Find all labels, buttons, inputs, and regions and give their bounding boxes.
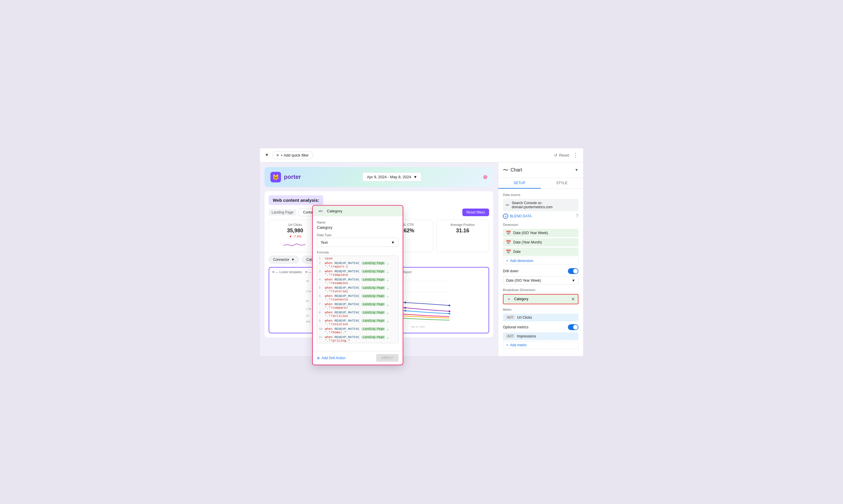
- connector-dropdown[interactable]: Connector ▼: [269, 256, 299, 264]
- metric-section: Metric AUT Url Clicks: [503, 308, 578, 321]
- svg-point-22: [404, 310, 406, 312]
- reset-filters-button[interactable]: Reset filters: [462, 209, 489, 216]
- dashboard-panel: 🐱 porter Apr 9, 2024 - May 8, 2024 ▼ Web…: [260, 162, 498, 356]
- pencil-icon: ✏: [506, 203, 509, 208]
- chart-wave-icon: 〜: [503, 166, 508, 174]
- tab-style[interactable]: STYLE: [541, 178, 583, 188]
- formula-line-10: 10 when REGEXP_MATCH( Landing Page , '.*…: [317, 326, 398, 335]
- popup-footer: ⊕ Add Drill Action APPLY: [313, 351, 403, 364]
- abc-badge: abc: [317, 209, 324, 213]
- date-range-button[interactable]: Apr 9, 2024 - May 8, 2024 ▼: [363, 173, 421, 181]
- toolbar-left: ▼ ≡ + Add quick filter: [265, 151, 313, 159]
- chart-dropdown-arrow[interactable]: ▼: [575, 168, 578, 172]
- metric-value-url-clicks: 35,980: [273, 228, 318, 234]
- drill-down-label: Drill down: [503, 269, 519, 273]
- svg-text:2.5K: 2.5K: [306, 290, 312, 293]
- calendar-icon-3: 📅: [506, 249, 511, 254]
- metric-item-url-clicks: AUT Url Clicks: [503, 314, 578, 321]
- popup-body: Name Category Data Type Text ▼ Formula 1…: [313, 216, 403, 351]
- iso-week-dropdown-text: Date (ISO Year Week): [506, 278, 541, 283]
- blend-data-button[interactable]: + BLEND DATA ?: [503, 214, 578, 219]
- metric-label-avg-position: Average Position: [440, 223, 485, 227]
- data-source-label: Data source: [503, 193, 578, 197]
- svg-text:1.5K: 1.5K: [306, 307, 312, 310]
- dimension-item-iso-week: 📅 Date (ISO Year Week): [503, 229, 578, 237]
- filter-label: Landing Page: [269, 209, 296, 216]
- remove-breakdown-icon[interactable]: ✕: [571, 296, 575, 302]
- undo-icon: ↺: [554, 153, 557, 158]
- datasource-row: ✏ Search Console sc-domain:portermetrics…: [503, 199, 578, 211]
- svg-point-14: [404, 302, 406, 303]
- metric-label-url-clicks: Url Clicks: [273, 223, 318, 227]
- add-metric-button[interactable]: + Add metric: [503, 341, 578, 349]
- add-quick-filter-button[interactable]: ≡ + Add quick filter: [272, 151, 313, 159]
- formula-line-6: 6 when REGEXP_MATCH( Landing Page , '.*/…: [317, 293, 398, 302]
- aut-badge-clicks: AUT: [506, 316, 515, 319]
- add-dimension-button[interactable]: + Add dimension: [503, 257, 578, 265]
- formula-line-11: 11 when REGEXP_MATCH( Landing Page , '.*…: [317, 335, 398, 343]
- porter-header: 🐱 porter Apr 9, 2024 - May 8, 2024 ▼: [265, 167, 493, 187]
- formula-line-5: 5 when REGEXP_MATCH( Landing Page , '.*/…: [317, 285, 398, 293]
- filter-lines-icon: ≡: [277, 153, 279, 158]
- optional-metrics-label: Optional metrics: [503, 325, 528, 329]
- formula-line-1: 1 case: [317, 256, 398, 260]
- metric-section-label: Metric: [503, 308, 578, 311]
- legend-item-looker: — Looker templates: [272, 270, 302, 274]
- add-drill-action-button[interactable]: ⊕ Add Drill Action: [317, 356, 345, 360]
- svg-point-15: [449, 305, 450, 306]
- optional-metrics-toggle[interactable]: [568, 324, 578, 330]
- svg-point-19: [449, 310, 450, 312]
- chart-panel-header: 〜 Chart ▼: [498, 162, 583, 178]
- formula-section: Formula 1 case 2 when REGEXP_MATCH( Land…: [317, 250, 399, 343]
- dimension-item-date: 📅 Date: [503, 248, 578, 256]
- calendar-icon-2: 📅: [506, 240, 511, 245]
- outer-container: ▼ ≡ + Add quick filter ↺ Reset ⋮ 🐱 porte…: [260, 148, 583, 356]
- svg-text:Apr 22, 2024: Apr 22, 2024: [411, 325, 425, 328]
- add-dim-plus-icon: +: [506, 259, 508, 263]
- popup-name-label: Name: [317, 220, 399, 224]
- iso-week-dropdown[interactable]: Date (ISO Year Week) ▼: [503, 276, 578, 285]
- blend-plus-icon: +: [503, 214, 508, 219]
- iso-week-dropdown-arrow: ▼: [572, 278, 575, 283]
- add-dim-label: Add dimension: [510, 259, 533, 263]
- svg-text:500: 500: [306, 320, 311, 323]
- add-drill-icon: ⊕: [317, 356, 320, 360]
- apply-button[interactable]: APPLY: [376, 354, 399, 362]
- datasource-value: Search Console sc-domain:portermetrics.c…: [512, 201, 576, 209]
- add-metric-label: Add metric: [510, 343, 527, 347]
- breakdown-section: Breakdown Dimension fx Category ✕: [503, 288, 578, 304]
- dimension-item-year-month: 📅 Date (Year Month): [503, 238, 578, 247]
- drill-down-toggle[interactable]: [568, 268, 578, 274]
- porter-icon: 🐱: [270, 172, 281, 182]
- porter-logo: 🐱 porter: [270, 172, 301, 182]
- help-icon: ?: [576, 214, 578, 219]
- pink-dot-decoration: [483, 175, 487, 179]
- formula-line-2: 2 when REGEXP_MATCH( Landing Page , '.*/…: [317, 260, 398, 269]
- legend-label-looker: — Looker templates: [276, 270, 302, 274]
- drill-down-row: Drill down: [503, 268, 578, 274]
- porter-name: porter: [284, 174, 301, 180]
- popup-type-selector[interactable]: Text ▼: [317, 238, 399, 247]
- formula-line-7: 7 when REGEXP_MATCH( Landing Page , '.*/…: [317, 302, 398, 310]
- tab-setup[interactable]: SETUP: [498, 178, 541, 188]
- formula-line-4: 4 when REGEXP_MATCH( Landing Page , '.*/…: [317, 277, 398, 285]
- quick-filter-label: + Add quick filter: [280, 153, 309, 158]
- connector-dropdown-arrow: ▼: [291, 257, 295, 262]
- sparkline-url-clicks: [283, 239, 307, 248]
- metric-card-avg-position: Average Position 31.16: [436, 220, 489, 252]
- category-popup: abc Category Name Category Data Type Tex…: [312, 205, 403, 365]
- metric-url-clicks-text: Url Clicks: [517, 316, 532, 320]
- date-range-text: Apr 9, 2024 - May 8, 2024: [367, 175, 411, 179]
- breakdown-value: Category: [514, 297, 528, 301]
- chart-title-text: Chart: [511, 167, 522, 173]
- add-metric-plus-icon: +: [506, 343, 508, 347]
- toolbar-right: ↺ Reset ⋮: [554, 151, 578, 159]
- svg-point-18: [404, 307, 406, 309]
- reset-label: Reset: [559, 153, 569, 158]
- formula-editor[interactable]: 1 case 2 when REGEXP_MATCH( Landing Page…: [317, 255, 399, 343]
- optional-metric-section: AUT Impressions + Add metric: [503, 332, 578, 349]
- formula-line-8: 8 when REGEXP_MATCH( Landing Page , '.*/…: [317, 310, 398, 318]
- reset-button[interactable]: ↺ Reset: [554, 153, 569, 158]
- metric-change-url-clicks: ▼ -7.4%: [273, 235, 318, 238]
- more-options-icon[interactable]: ⋮: [573, 151, 578, 159]
